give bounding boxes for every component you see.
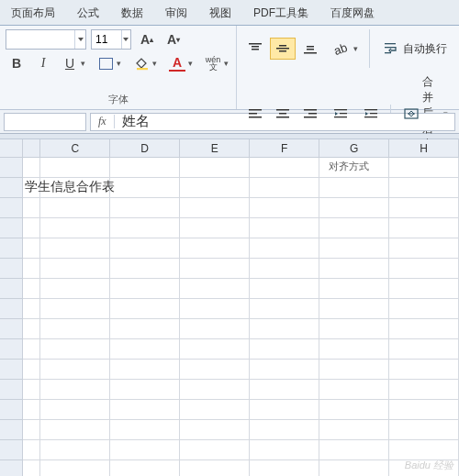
ribbon-tabs: 页面布局 公式 数据 审阅 视图 PDF工具集 百度网盘: [0, 0, 459, 26]
svg-rect-6: [279, 50, 286, 52]
svg-rect-17: [276, 109, 289, 111]
row-header[interactable]: [0, 178, 23, 198]
svg-rect-16: [249, 116, 262, 118]
orientation-button[interactable]: ab▾: [328, 38, 363, 60]
fill-color-button[interactable]: ▾: [130, 53, 162, 73]
row-header[interactable]: [0, 218, 23, 238]
row-header[interactable]: [0, 238, 23, 259]
tab-view[interactable]: 视图: [198, 1, 242, 25]
align-middle-button[interactable]: [270, 38, 296, 60]
cell-title[interactable]: 学生信息合作表: [23, 178, 40, 198]
group-label-font: 字体: [0, 92, 236, 109]
svg-rect-12: [385, 47, 396, 48]
col-header-h[interactable]: H: [389, 139, 459, 158]
col-header-e[interactable]: E: [180, 139, 250, 158]
fx-icon[interactable]: fx: [91, 115, 115, 128]
col-header-c[interactable]: C: [40, 139, 110, 158]
svg-rect-22: [304, 116, 317, 118]
col-header-g[interactable]: G: [319, 139, 389, 158]
border-icon: [99, 58, 113, 70]
row-header[interactable]: [0, 460, 23, 476]
align-left-button[interactable]: [242, 103, 268, 125]
row-header[interactable]: [0, 158, 23, 178]
bold-button[interactable]: B: [6, 53, 28, 73]
tab-layout[interactable]: 页面布局: [0, 1, 66, 25]
tab-pdf[interactable]: PDF工具集: [242, 1, 319, 25]
row-header[interactable]: [0, 319, 23, 339]
align-top-button[interactable]: [242, 38, 268, 60]
ribbon: A▴ A▾ B I U▾ ▾ ▾ A▾ wén文▾ 字体: [0, 26, 459, 110]
svg-rect-8: [307, 49, 314, 50]
tab-review[interactable]: 审阅: [154, 1, 198, 25]
row-header[interactable]: [0, 198, 23, 218]
tab-formula[interactable]: 公式: [66, 1, 110, 25]
font-color-icon: A: [169, 55, 185, 72]
row-header[interactable]: [0, 420, 23, 440]
increase-indent-icon: [361, 105, 381, 123]
increase-indent-button[interactable]: [358, 103, 384, 125]
row-header[interactable]: [0, 299, 23, 319]
row-header[interactable]: [0, 400, 23, 420]
align-bottom-icon: [300, 39, 320, 58]
wrap-text-icon: [383, 40, 399, 57]
font-color-button[interactable]: A▾: [166, 53, 197, 73]
font-name-combo[interactable]: [6, 29, 86, 50]
font-size-input[interactable]: [92, 33, 121, 46]
align-right-button[interactable]: [297, 103, 323, 125]
svg-rect-14: [249, 109, 262, 111]
row-header[interactable]: [0, 360, 23, 380]
svg-rect-26: [364, 109, 377, 110]
svg-rect-0: [137, 68, 148, 70]
wrap-text-button[interactable]: 自动换行: [376, 38, 453, 60]
col-header-d[interactable]: D: [110, 139, 180, 158]
svg-rect-7: [307, 46, 314, 48]
svg-rect-5: [276, 48, 289, 50]
tab-baidu[interactable]: 百度网盘: [319, 1, 386, 25]
svg-rect-3: [252, 49, 259, 50]
row-header[interactable]: [0, 380, 23, 400]
svg-rect-24: [340, 113, 347, 114]
svg-rect-13: [385, 52, 391, 53]
row-header[interactable]: [0, 259, 23, 279]
group-align: ab▾ 自动换行 合并后居中 ▾: [237, 26, 459, 109]
col-header-f[interactable]: F: [250, 139, 319, 158]
chevron-down-icon[interactable]: [121, 30, 130, 49]
align-center-icon: [273, 105, 293, 123]
svg-rect-11: [385, 43, 396, 44]
formula-value[interactable]: 姓名: [115, 113, 157, 130]
name-box-input[interactable]: [5, 116, 85, 128]
svg-rect-9: [304, 52, 317, 54]
align-center-button[interactable]: [270, 103, 296, 125]
svg-rect-25: [334, 116, 347, 117]
grow-font-button[interactable]: A▴: [136, 29, 158, 50]
row-header[interactable]: [0, 339, 23, 360]
align-middle-icon: [273, 39, 293, 58]
underline-button[interactable]: U▾: [59, 53, 90, 73]
decrease-indent-button[interactable]: [328, 103, 353, 125]
col-header[interactable]: [23, 139, 40, 158]
svg-rect-2: [252, 46, 259, 48]
select-all-corner[interactable]: [0, 139, 23, 158]
row-header[interactable]: [0, 440, 23, 460]
shrink-font-button[interactable]: A▾: [162, 29, 185, 50]
row-header[interactable]: [0, 279, 23, 299]
align-bottom-button[interactable]: [297, 38, 323, 60]
svg-rect-4: [279, 45, 286, 47]
phonetic-button[interactable]: wén文▾: [202, 53, 233, 73]
cells-area[interactable]: 学生信息合作表: [0, 158, 459, 476]
italic-button[interactable]: I: [32, 53, 54, 73]
svg-rect-1: [249, 43, 262, 45]
chevron-down-icon[interactable]: [74, 30, 85, 49]
svg-rect-19: [276, 116, 289, 118]
wrap-text-label: 自动换行: [403, 41, 447, 57]
svg-rect-23: [334, 109, 347, 110]
svg-rect-27: [370, 113, 377, 114]
svg-rect-18: [279, 113, 286, 115]
font-name-input[interactable]: [6, 33, 74, 46]
svg-text:ab: ab: [332, 41, 349, 56]
tab-data[interactable]: 数据: [110, 1, 154, 25]
align-top-icon: [245, 39, 265, 58]
border-button[interactable]: ▾: [95, 53, 126, 73]
name-box[interactable]: [4, 113, 86, 131]
font-size-combo[interactable]: [91, 29, 131, 50]
